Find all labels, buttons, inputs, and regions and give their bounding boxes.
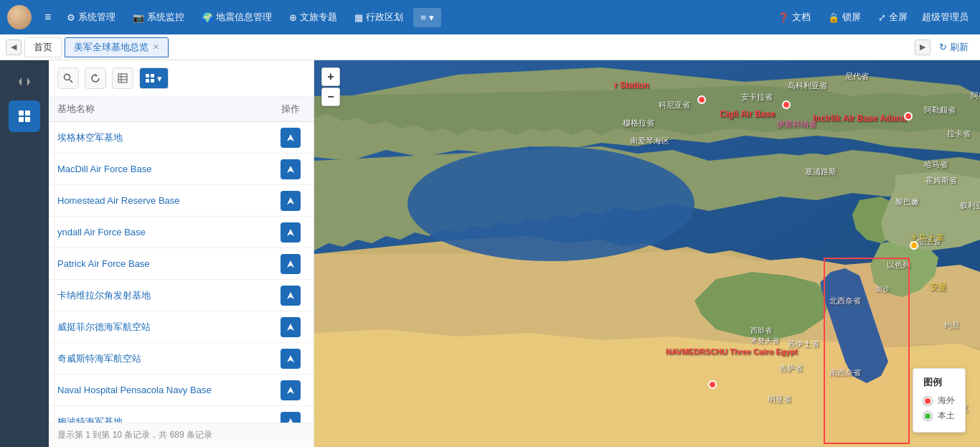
camera-icon: 📷	[133, 12, 144, 23]
locate-button[interactable]	[281, 380, 301, 400]
map-legend: 图例 海外 本土	[913, 368, 966, 433]
svg-rect-14	[151, 74, 154, 77]
row-name: 梅波特海军基地	[57, 415, 276, 423]
panel-toolbar: ▾	[49, 60, 314, 97]
legend-dot-domestic	[923, 412, 932, 420]
table-row[interactable]: MacDill Air Force Base	[49, 154, 314, 185]
navigate-icon	[286, 354, 296, 364]
map-controls: + −	[321, 67, 340, 106]
navigate-icon	[286, 259, 296, 269]
nav-item-tourism[interactable]: ⊕ 文旅专题	[282, 6, 344, 28]
table-row[interactable]: Patrick Air Force Base	[49, 248, 314, 280]
svg-marker-22	[287, 292, 294, 299]
table-row[interactable]: 卡纳维拉尔角发射基地	[49, 280, 314, 311]
tab-home[interactable]: 首页	[24, 37, 62, 57]
locate-button[interactable]	[281, 286, 301, 306]
sidebar-nav-button[interactable]	[9, 66, 40, 98]
svg-rect-5	[25, 117, 30, 122]
top-navigation: ≡ ⚙ 系统管理 📷 系统监控 🌍 地震信息管理 ⊕ 文旅专题 ▦ 行政区划 ≡…	[0, 0, 980, 34]
locate-button[interactable]	[281, 191, 301, 211]
svg-rect-3	[25, 110, 30, 116]
legend-items: 海外 本土	[923, 395, 955, 422]
legend-label-domestic: 本土	[938, 410, 955, 422]
division-icon: ▦	[354, 12, 363, 23]
row-action	[276, 128, 305, 148]
svg-rect-4	[19, 117, 24, 122]
map-marker-4	[910, 241, 918, 250]
locate-button[interactable]	[281, 412, 301, 423]
col-header-action: 操作	[276, 103, 305, 116]
svg-marker-1	[27, 77, 30, 86]
svg-marker-0	[19, 77, 22, 86]
nav-item-system-mgmt[interactable]: ⚙ 系统管理	[60, 6, 123, 28]
row-action	[276, 286, 305, 306]
svg-marker-24	[287, 355, 294, 362]
row-name: Naval Hospital Pensacola Navy Base	[57, 385, 276, 395]
row-action	[276, 222, 305, 243]
nav-docs[interactable]: ❓ 文档	[771, 6, 818, 28]
lock-icon: 🔒	[828, 12, 839, 23]
grid-view-icon	[146, 74, 154, 83]
hamburger-menu-button[interactable]: ≡	[39, 8, 57, 27]
row-action	[276, 412, 305, 423]
sidebar-grid-button[interactable]	[9, 100, 40, 132]
tab-close-button[interactable]: ✕	[153, 42, 159, 52]
svg-rect-16	[151, 79, 154, 83]
legend-label-overseas: 海外	[938, 395, 955, 407]
nav-lock[interactable]: 🔒 锁屏	[821, 6, 868, 28]
table-row[interactable]: Homestead Air Reserve Base	[49, 185, 314, 217]
locate-button[interactable]	[281, 254, 301, 274]
nav-label-docs: 文档	[792, 11, 811, 24]
nav-item-admin-division[interactable]: ▦ 行政区划	[347, 6, 410, 28]
svg-marker-23	[287, 324, 294, 331]
row-name: yndall Air Force Base	[57, 227, 276, 237]
row-name: 卡纳维拉尔角发射基地	[57, 289, 276, 302]
locate-button[interactable]	[281, 159, 301, 179]
map-marker-2	[904, 112, 913, 121]
table-row[interactable]: 奇威斯特海军航空站	[49, 343, 314, 375]
tab-next-button[interactable]: ▶	[915, 39, 930, 55]
content-panel: ▾ 基地名称 操作 埃格林空军基地 MacDill Air Force Base	[49, 60, 314, 447]
table-row[interactable]: yndall Air Force Base	[49, 217, 314, 248]
zoom-in-button[interactable]: +	[321, 67, 340, 86]
left-sidebar	[0, 60, 49, 447]
svg-marker-20	[287, 229, 294, 236]
tab-military-label: 美军全球基地总览	[74, 41, 149, 54]
tab-military[interactable]: 美军全球基地总览 ✕	[65, 37, 169, 57]
nav-item-system-monitor[interactable]: 📷 系统监控	[126, 6, 192, 28]
nav-item-earthquake[interactable]: 🌍 地震信息管理	[194, 6, 279, 28]
locate-button[interactable]	[281, 317, 301, 337]
grid-view-dropdown[interactable]: ▾	[139, 67, 169, 89]
search-button[interactable]	[57, 67, 79, 89]
row-name: Patrick Air Force Base	[57, 258, 276, 269]
row-action	[276, 254, 305, 274]
map-area[interactable]: + − r StationCigli Air BaseIncirlik Air …	[314, 60, 980, 447]
table-row[interactable]: 梅波特海军基地	[49, 406, 314, 423]
table-header: 基地名称 操作	[49, 97, 314, 122]
table-row[interactable]: 埃格林空军基地	[49, 122, 314, 154]
navigate-icon	[286, 417, 296, 423]
refresh-list-icon	[90, 73, 100, 83]
locate-button[interactable]	[281, 128, 301, 148]
map-marker-1	[782, 100, 791, 109]
table-row[interactable]: Naval Hospital Pensacola Navy Base	[49, 375, 314, 406]
locate-button[interactable]	[281, 349, 301, 369]
refresh-label: 刷新	[950, 41, 969, 54]
svg-point-29	[788, 154, 838, 175]
refresh-button[interactable]: ↻ 刷新	[933, 38, 974, 57]
table-icon	[118, 73, 128, 83]
locate-button[interactable]	[281, 222, 301, 243]
svg-rect-15	[146, 79, 149, 83]
tab-prev-button[interactable]: ◀	[6, 39, 22, 55]
legend-item-overseas: 海外	[923, 395, 955, 407]
svg-rect-2	[19, 110, 24, 116]
refresh-list-button[interactable]	[85, 67, 106, 89]
more-menu-icon: ≡	[420, 12, 426, 23]
table-row[interactable]: 威挺菲尔德海军航空站	[49, 311, 314, 343]
table-view-button[interactable]	[112, 67, 133, 89]
nav-item-more[interactable]: ≡ ▾	[413, 8, 441, 27]
svg-rect-13	[146, 74, 149, 77]
navigate-icon	[286, 196, 296, 206]
nav-fullscreen[interactable]: ⤢ 全屏	[871, 6, 915, 28]
zoom-out-button[interactable]: −	[321, 88, 340, 106]
